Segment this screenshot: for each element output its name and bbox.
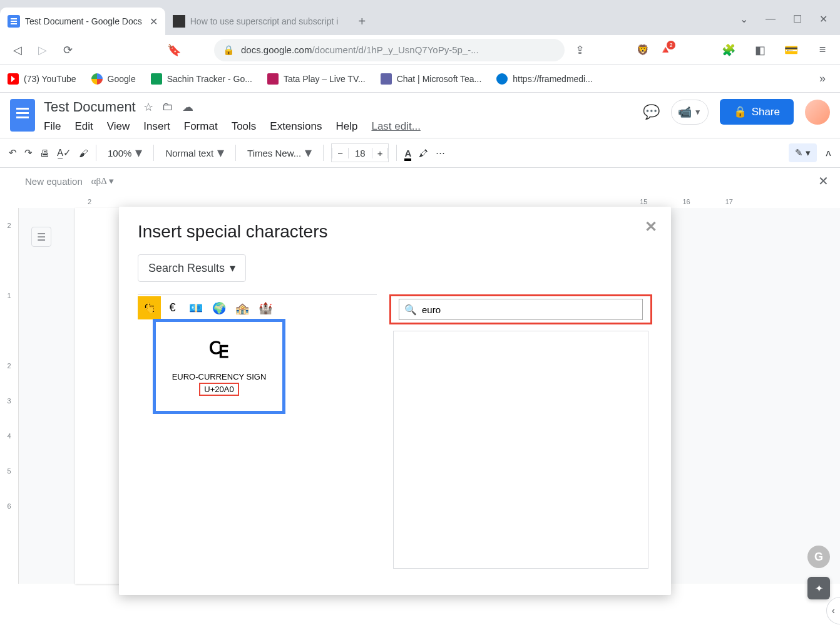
reload-button[interactable]: ⟳	[58, 40, 78, 60]
document-title[interactable]: Test Document	[44, 99, 136, 115]
last-edit-link[interactable]: Last edit...	[371, 120, 420, 133]
side-panel-toggle[interactable]: ‹	[826, 597, 840, 624]
forward-button[interactable]: ▷	[33, 40, 53, 60]
spellcheck-button[interactable]: A̲✓	[57, 147, 71, 158]
close-icon[interactable]: ✕	[150, 16, 158, 28]
font-select[interactable]: Times New...▾	[243, 145, 315, 161]
account-avatar[interactable]	[805, 100, 830, 125]
bookmark-teams[interactable]: Chat | Microsoft Tea...	[381, 73, 482, 85]
ruler-mark: 2	[7, 208, 11, 243]
ruler-mark: 3	[7, 383, 11, 418]
star-icon[interactable]: ☆	[143, 100, 153, 114]
editing-mode-button[interactable]: ✎ ▾	[789, 143, 817, 162]
bookmarks-bar: (73) YouTube Google Sachin Tracker - Go.…	[0, 65, 840, 93]
char-euro-sign[interactable]: €	[161, 296, 184, 319]
search-input-wrapper: 🔍	[399, 299, 643, 320]
menu-file[interactable]: File	[44, 120, 61, 133]
menu-format[interactable]: Format	[184, 120, 218, 133]
close-button[interactable]: ✕	[819, 13, 827, 25]
more-button[interactable]: ⋯	[436, 147, 445, 158]
chevron-down-icon: ▾	[305, 145, 312, 161]
font-size-value[interactable]: 18	[349, 148, 372, 158]
move-icon[interactable]: 🗀	[162, 100, 173, 114]
text-color-button[interactable]: A	[404, 148, 411, 158]
new-tab-button[interactable]: +	[353, 13, 371, 30]
char-post-office[interactable]: 🏤	[230, 296, 254, 319]
chevron-down-icon: ▾	[217, 145, 224, 161]
undo-button[interactable]: ↶	[9, 147, 17, 158]
bookmark-framedmedi[interactable]: https://framedmedi...	[496, 73, 593, 85]
menu-edit[interactable]: Edit	[74, 120, 93, 133]
cloud-icon[interactable]: ☁	[182, 100, 193, 114]
toolbar: ↶ ↷ 🖶 A̲✓ 🖌 100%▾ Normal text▾ Times New…	[0, 138, 840, 168]
brave-rewards-icon[interactable]: 🔺2	[659, 44, 672, 56]
meet-button[interactable]: 📹 ▼	[671, 100, 709, 125]
docs-favicon-icon	[8, 15, 20, 28]
address-bar[interactable]: 🔒 docs.google.com/document/d/1hP_y_UsnQ7…	[214, 39, 565, 61]
zoom-value: 100%	[108, 148, 131, 158]
bookmark-tataplay[interactable]: Tata Play – Live TV...	[267, 73, 366, 85]
char-globe[interactable]: 🌍	[207, 296, 230, 319]
draw-character-box[interactable]	[393, 331, 648, 569]
close-icon[interactable]: ✕	[645, 218, 657, 236]
category-select[interactable]: Search Results ▾	[138, 254, 246, 282]
highlight-button[interactable]: 🖍	[419, 148, 428, 158]
docs-logo-icon[interactable]	[10, 99, 35, 132]
tab-title: How to use superscript and subscript i	[190, 16, 339, 26]
ruler-mark: 2	[88, 198, 91, 205]
close-icon[interactable]: ✕	[818, 173, 829, 189]
char-euro-currency[interactable]: ₠ 👆	[138, 296, 161, 319]
horizontal-ruler[interactable]: 2 15 16 17	[75, 194, 840, 208]
sidepanel-icon[interactable]: ◧	[750, 40, 770, 60]
maximize-button[interactable]: ☐	[793, 13, 802, 25]
tataplay-icon	[267, 73, 279, 85]
tab-howto[interactable]: How to use superscript and subscript i	[165, 8, 346, 35]
bookmark-label: Chat | Microsoft Tea...	[397, 74, 482, 84]
tab-docs[interactable]: Test Document - Google Docs ✕	[0, 8, 165, 35]
back-button[interactable]: ◁	[8, 40, 28, 60]
tab-title: Test Document - Google Docs	[25, 16, 142, 26]
collapse-toolbar-icon[interactable]: ʌ	[826, 147, 831, 158]
menu-tools[interactable]: Tools	[232, 120, 257, 133]
bookmark-sheets[interactable]: Sachin Tracker - Go...	[151, 73, 252, 85]
outline-toggle-button[interactable]: ☰	[31, 227, 51, 247]
vertical-ruler[interactable]: 2 1 2 3 4 5 6	[0, 208, 19, 584]
comments-icon[interactable]: 💬	[643, 104, 660, 120]
tab-search-icon[interactable]: ⌄	[740, 13, 748, 25]
minimize-button[interactable]: —	[766, 13, 776, 25]
bookmark-google[interactable]: Google	[91, 73, 136, 85]
bookmark-label: https://framedmedi...	[513, 74, 593, 84]
share-label: Share	[752, 106, 780, 118]
char-castle[interactable]: 🏰	[254, 296, 277, 319]
grammarly-icon[interactable]: G	[807, 546, 830, 568]
menu-extensions[interactable]: Extensions	[270, 120, 322, 133]
chevron-down-icon: ▾	[230, 261, 235, 275]
bookmark-page-icon[interactable]: 🔖	[164, 40, 184, 60]
char-banknote[interactable]: 💶	[184, 296, 207, 319]
teams-icon	[381, 73, 392, 85]
menu-help[interactable]: Help	[335, 120, 357, 133]
menu-view[interactable]: View	[107, 120, 130, 133]
style-select[interactable]: Normal text▾	[161, 145, 228, 161]
redo-button[interactable]: ↷	[24, 147, 33, 158]
font-value: Times New...	[247, 148, 301, 158]
menu-insert[interactable]: Insert	[143, 120, 170, 133]
wallet-icon[interactable]: 💳	[781, 40, 801, 60]
decrease-font-button[interactable]: −	[332, 148, 349, 158]
explore-button[interactable]: ✦	[807, 577, 830, 599]
equation-symbols[interactable]: αβΔ ▾	[91, 175, 114, 187]
ruler-mark: 2	[7, 348, 11, 383]
bookmarks-overflow-icon[interactable]: »	[812, 69, 832, 89]
print-button[interactable]: 🖶	[40, 148, 49, 158]
menu-icon[interactable]: ≡	[812, 40, 832, 60]
share-url-icon[interactable]: ⇪	[570, 40, 590, 60]
extensions-icon[interactable]: 🧩	[719, 40, 739, 60]
zoom-select[interactable]: 100%▾	[104, 145, 146, 161]
increase-font-button[interactable]: +	[372, 148, 389, 158]
new-equation-button[interactable]: New equation	[25, 176, 83, 187]
brave-shields-icon[interactable]: 🦁	[637, 44, 649, 56]
search-input[interactable]	[422, 304, 637, 315]
bookmark-youtube[interactable]: (73) YouTube	[8, 73, 76, 85]
paint-format-button[interactable]: 🖌	[79, 148, 88, 158]
share-button[interactable]: 🔒 Share	[720, 99, 794, 125]
